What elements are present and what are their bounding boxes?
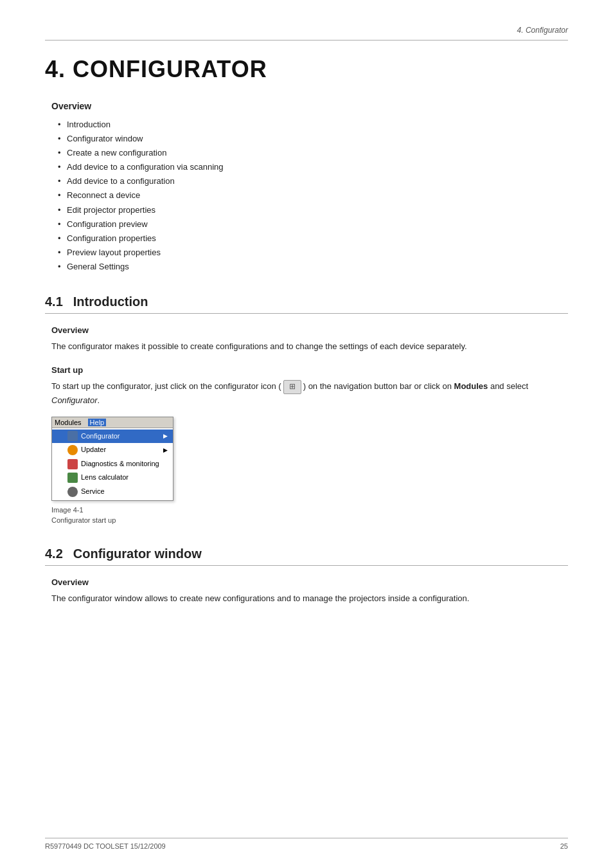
image-label: Image 4-1 Configurator start up bbox=[45, 505, 568, 526]
diagnostics-menu-icon bbox=[67, 459, 78, 469]
section-41-overview-heading: Overview bbox=[45, 325, 568, 335]
section-41-overview-text: The configurator makes it possible to cr… bbox=[45, 340, 568, 354]
list-item: Edit projector properties bbox=[58, 203, 568, 217]
menu-bar-help: Help bbox=[88, 419, 107, 426]
menu-bar-modules: Modules bbox=[55, 419, 82, 426]
footer-right: 25 bbox=[560, 842, 568, 850]
menu-item-updater: Updater ▶ bbox=[52, 443, 173, 457]
top-breadcrumb: 4. Configurator bbox=[45, 26, 568, 35]
lens-menu-icon bbox=[67, 473, 78, 483]
list-item: Create a new configuration bbox=[58, 146, 568, 160]
service-menu-icon bbox=[67, 487, 78, 497]
list-item: Configurator window bbox=[58, 132, 568, 146]
list-item: Add device to a configuration via scanni… bbox=[58, 160, 568, 174]
configurator-icon bbox=[283, 380, 301, 394]
section-42-overview-text: The configurator window allows to create… bbox=[45, 592, 568, 606]
menu-item-configurator: Configurator ▶ bbox=[52, 429, 173, 444]
list-item: Configuration preview bbox=[58, 217, 568, 231]
list-item: Introduction bbox=[58, 118, 568, 132]
section-41-startup-heading: Start up bbox=[45, 365, 568, 375]
menu-item-service: Service bbox=[52, 485, 173, 499]
list-item: Preview layout properties bbox=[58, 246, 568, 260]
overview-heading: Overview bbox=[45, 101, 568, 111]
footer: R59770449 DC TOOLSET 15/12/2009 25 bbox=[45, 838, 568, 850]
menu-items-list: Configurator ▶ Updater ▶ Diagnostics & m… bbox=[52, 428, 173, 500]
configurator-menu-icon bbox=[67, 431, 78, 441]
list-item: Configuration properties bbox=[58, 231, 568, 246]
section-4-1: 4.1 Introduction Overview The configurat… bbox=[45, 294, 568, 526]
menu-screenshot: Modules Help Configurator ▶ Updater ▶ Di… bbox=[51, 417, 173, 501]
footer-left: R59770449 DC TOOLSET 15/12/2009 bbox=[45, 842, 166, 850]
chapter-title: 4. CONFIGURATOR bbox=[45, 56, 568, 83]
section-41-startup-text: To start up the configurator, just click… bbox=[45, 380, 568, 408]
menu-bar: Modules Help bbox=[52, 417, 173, 428]
list-item: Add device to a configuration bbox=[58, 174, 568, 188]
menu-item-lens: Lens calculator bbox=[52, 471, 173, 485]
updater-menu-icon bbox=[67, 445, 78, 455]
menu-item-diagnostics: Diagnostics & monitoring bbox=[52, 457, 173, 471]
overview-list: Introduction Configurator window Create … bbox=[45, 118, 568, 274]
section-42-heading: 4.2 Configurator window bbox=[45, 547, 568, 566]
section-4-2: 4.2 Configurator window Overview The con… bbox=[45, 547, 568, 606]
list-item: General Settings bbox=[58, 260, 568, 274]
section-41-heading: 4.1 Introduction bbox=[45, 294, 568, 314]
page: 4. Configurator 4. CONFIGURATOR Overview… bbox=[0, 0, 613, 868]
overview-section: Overview Introduction Configurator windo… bbox=[45, 101, 568, 274]
section-42-overview-heading: Overview bbox=[45, 577, 568, 587]
top-divider bbox=[45, 40, 568, 41]
list-item: Reconnect a device bbox=[58, 188, 568, 203]
